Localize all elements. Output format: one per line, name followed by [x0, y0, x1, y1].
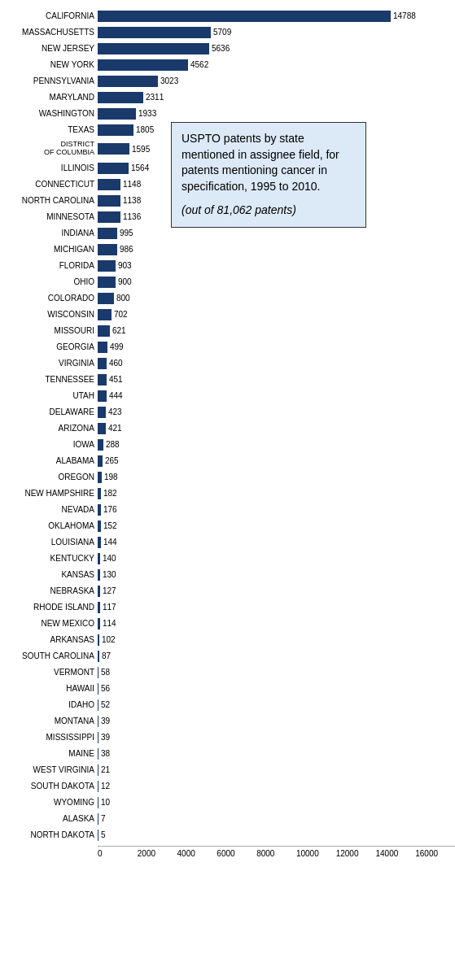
bar-value: 1148	[123, 180, 141, 189]
bar-label: MINNESOTA	[0, 212, 98, 221]
table-row: MISSISSIPPI39	[0, 730, 455, 745]
table-row: WEST VIRGINIA21	[0, 762, 455, 777]
bar-value: 421	[108, 424, 122, 433]
table-row: NEW HAMPSHIRE182	[0, 486, 455, 501]
bar	[98, 76, 158, 87]
bar-value: 1595	[132, 145, 150, 154]
bar	[98, 504, 101, 516]
bar-area: 4562	[98, 57, 455, 72]
x-tick-label: 16000	[415, 847, 455, 858]
bar-area: 198	[98, 469, 455, 485]
bar	[98, 92, 143, 103]
bar-value: 14788	[393, 11, 416, 20]
bar	[98, 374, 107, 385]
bar-label: RHODE ISLAND	[0, 603, 98, 612]
bar	[98, 163, 129, 174]
table-row: UTAH444	[0, 388, 455, 403]
bar-area: 140	[98, 551, 455, 566]
bar-area: 21	[98, 762, 455, 777]
x-tick-label: 8000	[256, 847, 296, 858]
table-row: NEW JERSEY5636	[0, 41, 455, 56]
bar-area: 38	[98, 746, 455, 761]
bar-label: TEXAS	[0, 125, 98, 134]
table-row: MISSOURI621	[0, 323, 455, 338]
bar-value: 5709	[213, 28, 231, 37]
bar	[98, 407, 106, 418]
bar	[98, 179, 120, 190]
bar	[98, 43, 209, 54]
bar	[98, 325, 110, 337]
table-row: MASSACHUSETTS5709	[0, 24, 455, 40]
bar-value: 10	[101, 798, 110, 807]
bar	[98, 211, 120, 223]
table-row: ALABAMA265	[0, 453, 455, 468]
bar-area: 5709	[98, 24, 455, 40]
bar-value: 499	[110, 342, 124, 351]
bar-area: 621	[98, 323, 455, 338]
bar-label: DISTRICTOF COLUMBIA	[0, 141, 98, 157]
bar-value: 140	[103, 554, 116, 563]
bar-value: 3023	[160, 76, 178, 85]
bar-value: 702	[114, 310, 128, 319]
bar-area: 12	[98, 778, 455, 794]
bar-area: 421	[98, 420, 455, 436]
bar-area: 102	[98, 632, 455, 647]
bar	[98, 699, 98, 711]
x-tick-label: 10000	[296, 847, 336, 858]
bar-label: NEBRASKA	[0, 586, 98, 595]
bar-area: 444	[98, 388, 455, 403]
bar-area: 900	[98, 274, 455, 290]
bar-label: TENNESSEE	[0, 375, 98, 384]
bar	[98, 797, 98, 808]
bar	[98, 455, 103, 467]
bar	[98, 602, 100, 613]
bar-area: 182	[98, 486, 455, 501]
bar-value: 1136	[123, 212, 141, 221]
bar	[98, 488, 101, 499]
bar	[98, 830, 98, 841]
bar-label: LOUISIANA	[0, 538, 98, 547]
table-row: SOUTH DAKOTA12	[0, 778, 455, 794]
table-row: RHODE ISLAND117	[0, 599, 455, 615]
bar-label: MISSISSIPPI	[0, 733, 98, 742]
bar	[98, 108, 136, 120]
bar	[98, 423, 106, 434]
bar	[98, 309, 112, 320]
table-row: SOUTH CAROLINA87	[0, 648, 455, 664]
bar-area: 7	[98, 811, 455, 826]
bar-area: 265	[98, 453, 455, 468]
bar-area: 5	[98, 827, 455, 843]
table-row: FLORIDA903	[0, 258, 455, 273]
bar-label: OHIO	[0, 277, 98, 286]
table-row: OREGON198	[0, 469, 455, 485]
table-row: KANSAS130	[0, 567, 455, 582]
tooltip-box: USPTO patents by state mentioned in assi…	[171, 122, 366, 228]
x-axis: 0200040006000800010000120001400016000	[98, 846, 455, 858]
bar-area: 3023	[98, 73, 455, 89]
bar-value: 621	[112, 326, 126, 335]
bar-value: 38	[101, 749, 110, 758]
bar-area: 903	[98, 258, 455, 273]
bar-value: 102	[102, 635, 116, 644]
tooltip-title: USPTO patents by state mentioned in assi…	[182, 132, 339, 193]
bar-label: WASHINGTON	[0, 109, 98, 118]
bar-area: 288	[98, 437, 455, 452]
table-row: MICHIGAN986	[0, 242, 455, 257]
bar-area: 460	[98, 355, 455, 371]
bar-label: IDAHO	[0, 700, 98, 709]
table-row: MARYLAND2311	[0, 89, 455, 105]
table-row: HAWAII56	[0, 681, 455, 696]
bar	[98, 124, 133, 136]
bar	[98, 813, 98, 825]
x-tick-label: 6000	[217, 847, 256, 858]
bar-label: WYOMING	[0, 798, 98, 807]
bar	[98, 11, 391, 22]
bar-value: 900	[118, 277, 132, 286]
bar	[98, 651, 99, 662]
bar-value: 152	[103, 521, 117, 530]
bar-area: 127	[98, 583, 455, 599]
bar-area: 117	[98, 599, 455, 615]
bar-value: 1564	[131, 163, 149, 172]
bar-label: ILLINOIS	[0, 163, 98, 172]
bar-area: 39	[98, 713, 455, 729]
